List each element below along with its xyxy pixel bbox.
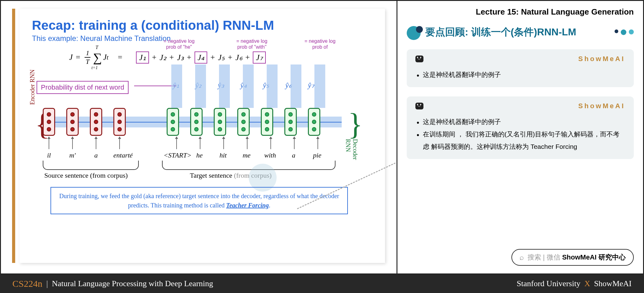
- course-code: CS224n: [12, 278, 42, 289]
- lecture-header: Lecture 15: Natural Language Generation: [407, 7, 634, 17]
- encoder-cell: [66, 108, 79, 136]
- notes-panel: Lecture 15: Natural Language Generation …: [397, 1, 643, 273]
- j4-box: J₄: [195, 51, 208, 64]
- search-hint: ⌕ 搜索 | 微信 ShowMeAI 研究中心: [511, 249, 634, 266]
- teacher-forcing-note: During training, we feed the gold (aka r…: [50, 187, 348, 214]
- neg-log-label-3: = negative logprob of: [304, 38, 335, 50]
- section-title-row: 要点回顾: 训练一个(条件)RNN-LM: [407, 24, 634, 40]
- footer: CS224n | Natural Language Processing wit…: [0, 274, 644, 293]
- decoder-cell: [284, 108, 297, 136]
- source-caption: Source sentence (from corpus): [44, 171, 128, 180]
- footer-credits: Stanford University X ShowMeAI: [517, 279, 632, 288]
- j7-box: J₇: [253, 51, 266, 64]
- target-brace: [162, 161, 335, 170]
- decoder-brace: }: [348, 106, 363, 142]
- decoder-cell: [190, 108, 203, 136]
- input-words: il m' a entarté <START> he hit me with a…: [43, 151, 323, 159]
- encoder-cell: [43, 108, 55, 136]
- prob-arrow: [134, 86, 174, 86]
- encoder-label: Encoder RNN: [29, 69, 36, 105]
- brand-label: ShowMeAI: [578, 102, 625, 110]
- note-card-1: ShowMeAI 这是神经机器翻译中的例子: [407, 49, 634, 87]
- decoder-label: Decoder RNN: [344, 139, 359, 165]
- decoder-cell: [261, 108, 273, 136]
- rnn-cells: [43, 108, 320, 136]
- brand-label: ShowMeAI: [578, 55, 625, 63]
- robot-icon: [415, 103, 423, 109]
- neg-log-label-2: = negative logprob of "with": [236, 38, 267, 50]
- neg-log-label-1: = negative logprob of "he": [164, 38, 195, 50]
- robot-icon: [415, 55, 423, 62]
- slide: Recap: training a (conditional) RNN-LM T…: [20, 9, 385, 263]
- note-item: 这是神经机器翻译中的例子: [415, 69, 625, 81]
- course-subtitle: Natural Language Processing with Deep Le…: [52, 279, 213, 288]
- prob-dist-label: Probability dist of next word: [37, 81, 129, 94]
- section-icon: [407, 24, 425, 40]
- accent-bar: [12, 9, 15, 263]
- source-brace: [43, 161, 139, 170]
- decoder-cell: [214, 108, 226, 136]
- decoder-cell: [167, 108, 179, 136]
- search-icon: ⌕: [519, 253, 524, 262]
- slide-title: Recap: training a (conditional) RNN-LM: [32, 18, 373, 33]
- note-card-2: ShowMeAI 这是神经机器翻译中的例子 在训练期间 ， 我们将正确的(又名引…: [407, 96, 634, 159]
- encoder-cell: [90, 108, 102, 136]
- note-item: 在训练期间 ， 我们将正确的(又名引用)目标句子输入解码器，而不考虑 解码器预测…: [415, 128, 625, 153]
- slide-panel: Recap: training a (conditional) RNN-LM T…: [1, 1, 397, 273]
- decoder-cell: [237, 108, 250, 136]
- loss-formula: J = 1 T ∑ T t=1 Jt = J₁+ J₂+ J₃+: [69, 49, 373, 66]
- formula-J: J: [69, 53, 73, 62]
- decoder-cell: [308, 108, 320, 136]
- note-item: 这是神经机器翻译中的例子: [415, 116, 625, 128]
- section-title: 要点回顾: 训练一个(条件)RNN-LM: [425, 25, 608, 39]
- j1-box: J₁: [136, 51, 149, 64]
- decorative-dots: [615, 29, 634, 35]
- encoder-cell: [113, 108, 126, 136]
